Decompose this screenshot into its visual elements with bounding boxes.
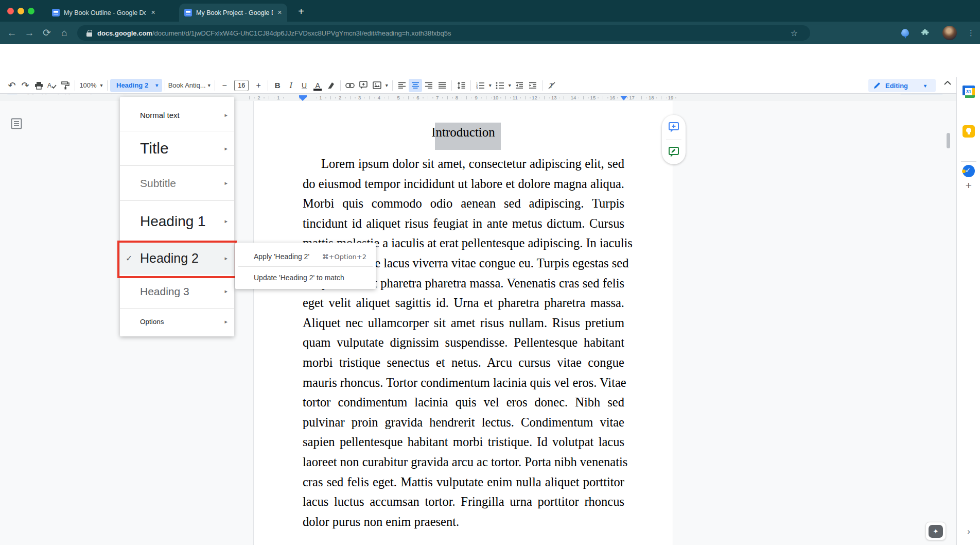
browser-tab[interactable]: My Book Outline - Google Docs✕ — [47, 4, 165, 22]
extensions-puzzle-icon[interactable] — [921, 28, 930, 37]
decrease-font-size-button[interactable]: − — [218, 79, 231, 92]
body-text-line[interactable]: do eiusmod tempor incididunt ut labore e… — [303, 174, 624, 194]
document-heading[interactable]: Introduction — [254, 125, 673, 140]
right-indent-marker[interactable] — [620, 96, 627, 100]
document-body[interactable]: Lorem ipsum dolor sit amet, consectetur … — [303, 154, 624, 532]
explore-button[interactable]: ✦ — [925, 522, 946, 540]
highlight-color-icon[interactable] — [324, 79, 338, 92]
style-option-normal-text[interactable]: Normal text▸ — [120, 99, 234, 131]
insert-link-icon[interactable] — [343, 79, 357, 92]
paragraph-style-select[interactable]: Heading 2 ▾ — [110, 79, 162, 92]
ruler-dot — [283, 97, 284, 98]
browser-menu-icon[interactable]: ⋮ — [967, 28, 975, 38]
ruler-dot — [607, 97, 608, 98]
body-text-line[interactable]: Morbi quis commodo odio aenean sed adipi… — [303, 194, 624, 214]
body-text-line[interactable]: Aliquet nec ullamcorper sit amet risus n… — [303, 313, 624, 333]
body-text-line[interactable]: eget velit aliquet sagittis id. Urna et … — [303, 293, 624, 313]
suggest-edits-icon[interactable] — [668, 146, 679, 158]
undo-icon[interactable]: ↶ — [5, 79, 19, 92]
print-icon[interactable] — [32, 79, 45, 92]
style-option-subtitle[interactable]: Subtitle▸ — [120, 166, 234, 200]
body-text-line[interactable]: cras sed felis eget. Mattis vulputate en… — [303, 472, 624, 492]
browser-tab[interactable]: My Book Project - Google Docs✕ — [179, 4, 287, 22]
home-icon[interactable]: ⌂ — [56, 27, 73, 39]
body-text-line[interactable]: laoreet non curabitur gravida arcu ac to… — [303, 452, 624, 472]
lock-icon[interactable] — [86, 30, 92, 37]
bold-button[interactable]: B — [271, 79, 284, 92]
body-text-line[interactable]: tincidunt id aliquet risus feugiat in an… — [303, 214, 624, 234]
font-dropdown-arrow-icon[interactable]: ▾ — [206, 79, 212, 92]
bulleted-list-arrow-icon[interactable]: ▾ — [506, 79, 513, 92]
calendar-icon[interactable]: 31 — [962, 86, 975, 98]
add-addon-button[interactable]: + — [957, 179, 980, 192]
align-left-icon[interactable] — [395, 79, 409, 92]
new-tab-button[interactable]: + — [294, 4, 308, 19]
style-option-title[interactable]: Title▸ — [120, 131, 234, 165]
zoom-select[interactable]: 100% — [78, 79, 98, 92]
ruler-dot — [274, 97, 275, 98]
style-option-heading-3[interactable]: Heading 3▸ — [120, 275, 234, 308]
body-text-line[interactable]: tortor condimentum lacinia quis vel eros… — [303, 393, 624, 413]
mode-select[interactable]: Editing ▾ — [868, 79, 936, 92]
underline-button[interactable]: U — [297, 79, 311, 92]
back-icon[interactable]: ← — [3, 27, 21, 39]
body-text-line[interactable]: pulvinar proin gravida hendrerit lectus.… — [303, 413, 624, 433]
window-minimize-button[interactable] — [18, 8, 24, 14]
redo-icon[interactable]: ↷ — [19, 79, 32, 92]
decrease-indent-icon[interactable] — [513, 79, 526, 92]
insert-image-icon[interactable] — [370, 79, 383, 92]
window-zoom-button[interactable] — [28, 8, 34, 14]
clear-formatting-icon[interactable]: T — [545, 79, 558, 92]
tab-close-icon[interactable]: ✕ — [277, 9, 282, 16]
paint-format-icon[interactable] — [59, 79, 72, 92]
document-scrollbar[interactable] — [947, 133, 950, 148]
browser-profile-avatar[interactable] — [942, 26, 957, 40]
increase-indent-icon[interactable] — [526, 79, 539, 92]
italic-button[interactable]: I — [284, 79, 297, 92]
style-option-heading-2[interactable]: ✓Heading 2▸ — [120, 242, 234, 275]
numbered-list-icon[interactable]: 123 — [474, 79, 487, 92]
image-dropdown-arrow-icon[interactable]: ▾ — [383, 79, 390, 92]
show-outline-icon[interactable] — [11, 118, 22, 129]
update-heading2-item[interactable]: Update 'Heading 2' to match — [235, 268, 376, 287]
tab-close-icon[interactable]: ✕ — [151, 9, 155, 16]
bookmark-star-icon[interactable]: ☆ — [791, 28, 798, 38]
style-option-label: Heading 3 — [140, 285, 189, 298]
align-center-icon[interactable] — [409, 79, 422, 92]
font-select[interactable]: Book Antiq... — [168, 79, 206, 92]
add-comment-icon[interactable] — [357, 79, 370, 92]
show-side-panel-icon[interactable]: › — [957, 526, 980, 537]
justify-icon[interactable] — [435, 79, 449, 92]
extension-balloon-icon[interactable] — [901, 29, 909, 37]
reload-icon[interactable]: ⟳ — [38, 27, 56, 39]
body-text-line[interactable]: morbi tristique senectus et netus. Arcu … — [303, 353, 624, 373]
body-text-line[interactable]: sapien pellentesque habitant morbi trist… — [303, 432, 624, 452]
body-text-line[interactable]: lacus luctus accumsan tortor. Fringilla … — [303, 492, 624, 512]
left-indent-marker[interactable] — [299, 95, 307, 101]
forward-icon[interactable]: → — [21, 27, 38, 39]
align-right-icon[interactable] — [422, 79, 435, 92]
body-text-line[interactable]: mauris rhoncus. Tortor condimentum lacin… — [303, 373, 624, 393]
body-text-line[interactable]: Lorem ipsum dolor sit amet, consectetur … — [303, 154, 624, 174]
ruler-dot — [264, 97, 265, 98]
add-comment-margin-icon[interactable] — [668, 122, 679, 133]
zoom-dropdown-arrow-icon[interactable]: ▾ — [98, 79, 104, 92]
tasks-icon[interactable]: ✓ — [962, 165, 975, 177]
body-text-line[interactable]: dolor purus non enim praesent. — [303, 512, 624, 532]
spellcheck-icon[interactable]: A — [45, 79, 59, 92]
numbered-list-arrow-icon[interactable]: ▾ — [487, 79, 493, 92]
window-close-button[interactable] — [7, 8, 14, 14]
style-option-heading-1[interactable]: Heading 1▸ — [120, 201, 234, 242]
style-option-options[interactable]: Options▸ — [120, 309, 234, 334]
font-size-input[interactable]: 16 — [234, 80, 249, 91]
hide-menus-icon[interactable] — [944, 81, 951, 85]
apply-heading2-item[interactable]: Apply 'Heading 2' ⌘+Option+2 — [235, 247, 376, 266]
bulleted-list-icon[interactable] — [493, 79, 506, 92]
increase-font-size-button[interactable]: + — [252, 79, 265, 92]
line-spacing-icon[interactable] — [454, 79, 468, 92]
text-color-button[interactable]: A — [311, 79, 324, 92]
keep-icon[interactable] — [962, 125, 975, 138]
ruler-dot — [675, 97, 676, 98]
address-bar[interactable]: docs.google.com/document/d/1jwDCFxlxW4G-… — [77, 25, 810, 41]
body-text-line[interactable]: quam vulputate dignissim suspendisse. Pe… — [303, 333, 624, 353]
